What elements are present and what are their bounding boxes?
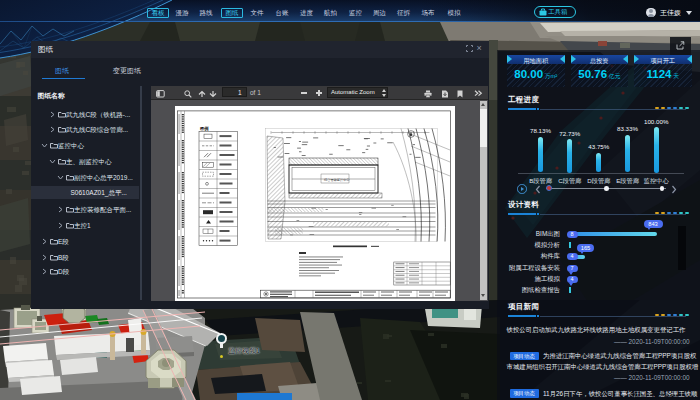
svg-text:综合管廊监控中心: 综合管廊监控中心 xyxy=(324,177,350,182)
